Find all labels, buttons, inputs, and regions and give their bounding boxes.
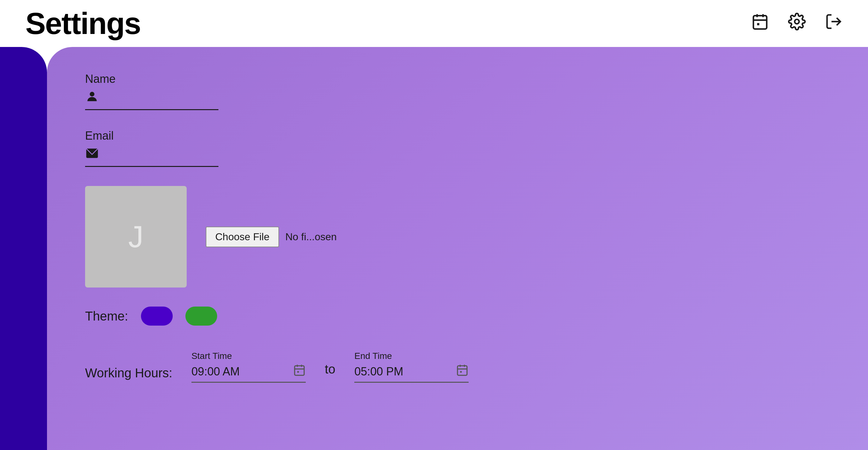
main-content: Name Email: [0, 47, 868, 450]
to-separator: to: [325, 362, 335, 380]
start-time-value: 09:00 AM: [191, 365, 290, 378]
logout-icon[interactable]: [825, 13, 843, 35]
header-icons: [751, 13, 843, 35]
email-label: Email: [85, 129, 830, 142]
avatar-section: J Choose File No fi...osen: [85, 186, 830, 288]
svg-rect-13: [297, 371, 299, 373]
email-input-wrapper: [85, 146, 218, 167]
end-time-group: End Time 05:00 PM: [354, 351, 469, 383]
avatar-letter: J: [128, 219, 144, 254]
svg-rect-14: [458, 366, 467, 376]
working-hours-section: Working Hours: Start Time 09:00 AM: [85, 351, 830, 383]
start-time-wrapper: 09:00 AM: [191, 364, 306, 383]
svg-rect-9: [294, 366, 304, 376]
start-time-calendar-icon[interactable]: [293, 364, 306, 379]
sidebar-blob: [0, 47, 47, 450]
theme-purple-button[interactable]: [141, 307, 173, 326]
settings-card: Name Email: [47, 47, 868, 450]
theme-label: Theme:: [85, 309, 128, 323]
svg-rect-18: [460, 371, 462, 373]
email-icon: [85, 146, 99, 163]
end-time-calendar-icon[interactable]: [456, 364, 469, 379]
email-group: Email: [85, 129, 830, 167]
file-name-display: No fi...osen: [285, 231, 337, 243]
svg-point-5: [795, 19, 799, 24]
start-time-group: Start Time 09:00 AM: [191, 351, 306, 383]
svg-rect-4: [757, 23, 760, 25]
theme-green-button[interactable]: [185, 307, 217, 326]
svg-point-7: [90, 92, 95, 96]
end-time-value: 05:00 PM: [354, 365, 453, 378]
calendar-icon[interactable]: [751, 13, 769, 35]
end-time-wrapper: 05:00 PM: [354, 364, 469, 383]
avatar-box: J: [85, 186, 187, 288]
header: Settings: [0, 0, 868, 47]
theme-section: Theme:: [85, 307, 830, 326]
page-title: Settings: [25, 6, 141, 41]
name-group: Name: [85, 72, 830, 110]
svg-rect-0: [753, 15, 767, 29]
gear-icon[interactable]: [788, 13, 806, 35]
file-input-wrapper: Choose File No fi...osen: [206, 227, 337, 247]
choose-file-button[interactable]: Choose File: [206, 227, 279, 247]
start-time-label: Start Time: [191, 351, 306, 361]
name-input-wrapper: [85, 90, 218, 110]
name-input[interactable]: [102, 91, 217, 105]
email-input[interactable]: [102, 148, 217, 162]
person-icon: [85, 90, 99, 107]
end-time-label: End Time: [354, 351, 469, 361]
working-hours-label: Working Hours:: [85, 366, 173, 380]
name-label: Name: [85, 72, 830, 86]
